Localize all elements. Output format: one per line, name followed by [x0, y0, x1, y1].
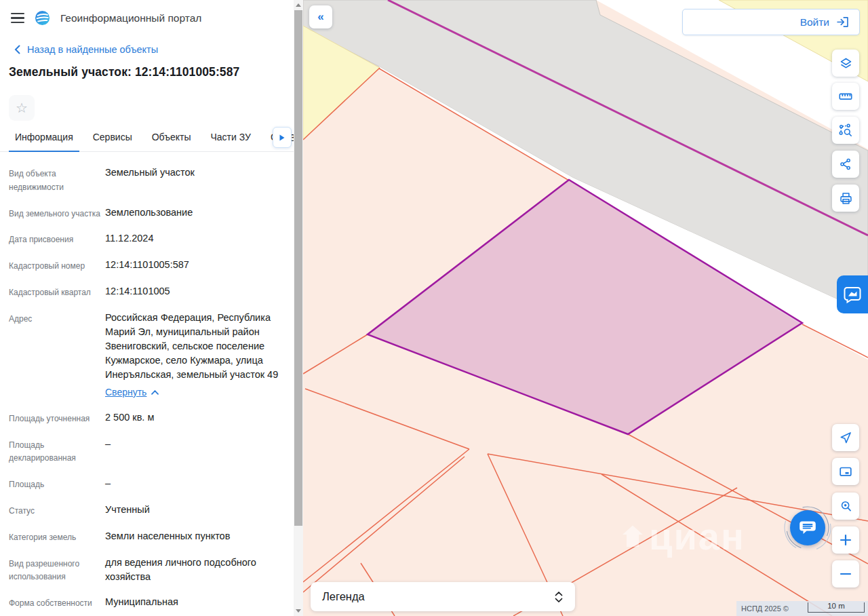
minimap-button[interactable] — [832, 458, 859, 485]
field-label: Форма собственности — [9, 595, 105, 611]
field-label: Адрес — [9, 311, 105, 400]
favorite-button[interactable]: ☆ — [9, 95, 35, 121]
field-row: Кадастровый номер 12:14:1101005:587 — [9, 258, 284, 273]
field-label: Вид земельного участка — [9, 206, 105, 221]
locate-button[interactable] — [832, 424, 859, 451]
ruler-button[interactable] — [832, 83, 859, 110]
layers-icon — [839, 56, 853, 71]
map-canvas[interactable]: циан « Войти — [303, 0, 868, 616]
collapse-panel-icon: « — [317, 10, 323, 24]
field-value: для ведения личного подсобного хозяйства — [105, 557, 256, 582]
field-row: Площадь уточненная 2 500 кв. м — [9, 410, 284, 426]
scale-bar: 10 m — [808, 602, 865, 613]
zoom-in-button[interactable] — [832, 526, 859, 554]
field-row: Форма собственности Муниципальная — [9, 595, 284, 611]
field-value: 11.12.2024 — [105, 233, 154, 244]
assistant-bubble-icon — [842, 284, 863, 305]
sidebar-scrollbar[interactable] — [294, 0, 303, 616]
field-value: – — [105, 438, 111, 449]
scroll-up-arrow[interactable] — [294, 0, 303, 10]
field-row: Кадастровый квартал 12:14:1101005 — [9, 284, 284, 300]
login-button[interactable]: Войти — [682, 9, 860, 35]
object-info-panel: Геоинформационный портал Назад в найденн… — [0, 0, 294, 616]
back-link-label: Назад в найденные объекты — [27, 44, 158, 55]
back-chevron-icon — [14, 45, 20, 54]
star-icon: ☆ — [16, 100, 28, 115]
search-area-icon — [839, 499, 853, 514]
chat-button[interactable] — [790, 510, 825, 545]
field-row: Вид разрешенного использования для веден… — [9, 556, 284, 585]
tab[interactable]: Части ЗУ — [204, 132, 256, 152]
share-button[interactable] — [832, 151, 859, 178]
tab-label: Сервисы — [93, 132, 132, 142]
tabs: ИнформацияСервисыОбъектыЧасти ЗУСостЗ — [0, 126, 294, 152]
tab-scroll-right-icon — [279, 134, 285, 141]
field-row: Дата присвоения 11.12.2024 — [9, 231, 284, 247]
tab-scroll-right-button[interactable] — [273, 127, 292, 148]
assistant-tab-button[interactable] — [837, 275, 868, 313]
layers-button[interactable] — [832, 50, 859, 77]
area-select-button[interactable] — [832, 117, 859, 144]
scroll-down-arrow[interactable] — [294, 606, 303, 616]
tab-label: Части ЗУ — [210, 132, 250, 142]
print-icon — [839, 191, 853, 206]
field-value: 12:14:1101005:587 — [105, 259, 189, 270]
tab[interactable]: Сервисы — [87, 132, 138, 152]
field-label: Кадастровый номер — [9, 258, 105, 273]
field-label: Вид разрешенного использования — [9, 556, 105, 585]
menu-icon[interactable] — [11, 13, 24, 23]
field-row: Адрес Российская Федерация, Республика М… — [9, 311, 284, 400]
field-row: Вид земельного участка Землепользование — [9, 206, 284, 221]
legend-toggle[interactable]: Легенда — [311, 582, 575, 611]
zoom-out-button[interactable] — [832, 560, 859, 588]
chevron-up-icon — [151, 390, 159, 395]
login-label: Войти — [800, 16, 829, 28]
tab[interactable]: Объекты — [146, 132, 197, 152]
share-icon — [839, 157, 852, 171]
field-row: Площадь декларированная – — [9, 437, 284, 466]
geoportal-app: Геоинформационный портал Назад в найденн… — [0, 0, 868, 616]
back-link[interactable]: Назад в найденные объекты — [0, 33, 294, 55]
print-button[interactable] — [832, 185, 859, 212]
field-label: Вид объекта недвижимости — [9, 166, 105, 195]
search-area-button[interactable] — [832, 493, 859, 520]
tab-label: Информация — [15, 132, 73, 142]
field-row: Вид объекта недвижимости Земельный участ… — [9, 166, 284, 195]
fields-list: Вид объекта недвижимости Земельный участ… — [0, 152, 294, 611]
zoom-out-icon — [840, 568, 852, 580]
field-value: Земли населенных пунктов — [105, 531, 230, 541]
collapse-address-link[interactable]: Свернуть — [105, 385, 159, 399]
attribution-label: НСПД 2025 © — [741, 604, 789, 613]
scale-label: 10 m — [827, 602, 845, 610]
app-title: Геоинформационный портал — [60, 12, 201, 24]
tab-label: Объекты — [152, 132, 191, 142]
tab[interactable]: Информация — [9, 132, 79, 152]
field-label: Статус — [9, 503, 105, 518]
locate-icon — [839, 431, 852, 444]
legend-label: Легенда — [322, 590, 365, 603]
ruler-icon — [838, 89, 853, 104]
page-title: Земельный участок: 12:14:1101005:587 — [0, 55, 294, 79]
field-value: Муниципальная — [105, 596, 178, 607]
field-label: Площадь — [9, 476, 105, 492]
collapse-address-label: Свернуть — [105, 385, 146, 399]
field-label: Дата присвоения — [9, 231, 105, 247]
field-value: Земельный участок — [105, 167, 195, 178]
field-value: – — [105, 478, 111, 488]
field-value: Землепользование — [105, 207, 193, 218]
legend-collapse-icon — [554, 591, 564, 603]
scrollbar-thumb[interactable] — [294, 10, 302, 526]
field-row: Статус Учтенный — [9, 503, 284, 518]
zoom-in-icon — [840, 534, 852, 546]
field-row: Площадь – — [9, 476, 284, 492]
field-row: Категория земель Земли населенных пункто… — [9, 529, 284, 545]
area-select-icon — [838, 123, 853, 138]
field-value: 2 500 кв. м — [105, 412, 154, 423]
panel-header: Геоинформационный портал — [0, 0, 294, 33]
field-label: Категория земель — [9, 529, 105, 545]
field-value: Российская Федерация, Республика Марий Э… — [105, 312, 278, 380]
login-icon — [835, 15, 850, 29]
field-label: Площадь уточненная — [9, 410, 105, 426]
field-label: Площадь декларированная — [9, 437, 105, 466]
collapse-panel-button[interactable]: « — [309, 5, 332, 28]
